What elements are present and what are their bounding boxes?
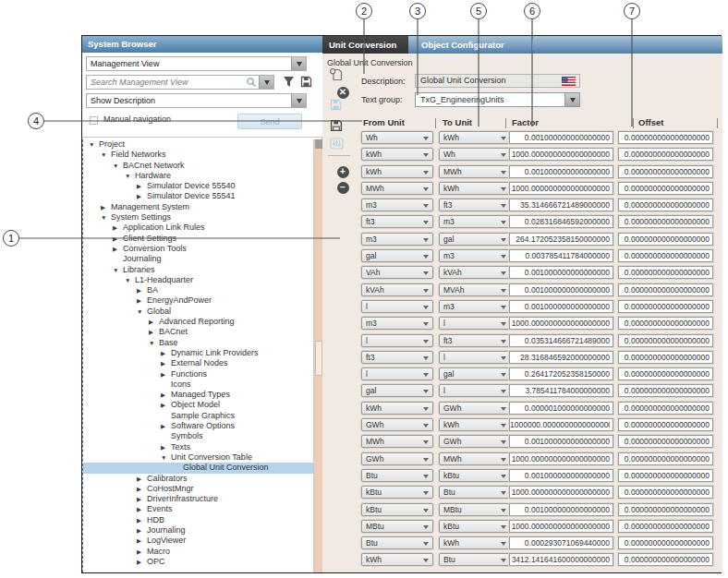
scrollbar-thumb[interactable]: [315, 341, 322, 376]
chevron-down-icon[interactable]: [501, 238, 506, 242]
to-unit-select[interactable]: m3: [439, 300, 511, 313]
tree-item[interactable]: ▼Base: [83, 338, 313, 348]
to-unit-select[interactable]: GWh: [439, 402, 511, 415]
chevron-open-icon[interactable]: ▼: [89, 139, 99, 150]
chevron-closed-icon[interactable]: ▶: [137, 295, 147, 306]
search-dropdown-icon[interactable]: [259, 76, 273, 89]
tree-item[interactable]: ▼Unit Conversion Table: [83, 452, 313, 463]
offset-input[interactable]: [618, 486, 713, 499]
tree-item[interactable]: ▼Project: [83, 139, 313, 150]
to-unit-select[interactable]: l: [439, 351, 511, 364]
offset-input[interactable]: [618, 435, 713, 448]
tree-item[interactable]: ▼L1-Headquarter: [83, 275, 313, 285]
offset-input[interactable]: [618, 182, 713, 195]
chevron-down-icon[interactable]: [501, 424, 506, 427]
chevron-open-icon[interactable]: ▼: [161, 452, 171, 463]
from-unit-select[interactable]: kBtu: [361, 486, 433, 499]
chevron-down-icon[interactable]: [501, 390, 506, 393]
view-select[interactable]: Management View: [86, 56, 307, 71]
tree-item[interactable]: Symbols: [83, 431, 313, 441]
offset-input[interactable]: [618, 131, 713, 144]
from-unit-select[interactable]: MWh: [361, 435, 433, 448]
factor-input[interactable]: [509, 367, 613, 380]
from-unit-select[interactable]: l: [361, 367, 433, 380]
chevron-down-icon[interactable]: [423, 153, 429, 157]
chevron-down-icon[interactable]: [501, 289, 506, 293]
tree-item[interactable]: ▶Calibrators: [83, 474, 313, 484]
from-unit-select[interactable]: l: [361, 300, 433, 313]
tree-item[interactable]: ▼Hardware: [83, 171, 313, 181]
from-unit-select[interactable]: Btu: [361, 536, 433, 549]
save-filter-icon[interactable]: [300, 76, 312, 88]
from-unit-select[interactable]: m3: [361, 199, 433, 211]
offset-input[interactable]: [618, 351, 713, 364]
chevron-closed-icon[interactable]: ▶: [161, 358, 171, 368]
to-unit-select[interactable]: ft3: [439, 334, 511, 347]
factor-input[interactable]: [509, 503, 613, 516]
tree-item[interactable]: ▶Events: [83, 504, 313, 514]
from-unit-select[interactable]: VAh: [361, 266, 433, 279]
offset-input[interactable]: [618, 317, 713, 330]
chevron-open-icon[interactable]: ▼: [113, 161, 123, 171]
chevron-open-icon[interactable]: ▼: [101, 212, 111, 223]
tree-item[interactable]: ▶Client Settings: [83, 234, 313, 244]
tree-item[interactable]: Icons: [83, 379, 313, 390]
chevron-down-icon[interactable]: [501, 356, 506, 360]
chevron-down-icon[interactable]: [423, 424, 429, 427]
factor-input[interactable]: [509, 435, 613, 448]
to-unit-select[interactable]: m3: [439, 249, 511, 262]
chevron-closed-icon[interactable]: ▶: [137, 484, 147, 494]
chevron-down-icon[interactable]: [501, 187, 506, 191]
to-unit-select[interactable]: MWh: [439, 452, 511, 465]
chevron-down-icon[interactable]: [423, 238, 429, 242]
from-unit-select[interactable]: GWh: [361, 452, 433, 465]
to-unit-select[interactable]: kBtu: [439, 469, 511, 482]
chevron-open-icon[interactable]: ▼: [113, 265, 123, 275]
chevron-down-icon[interactable]: [423, 171, 429, 175]
offset-input[interactable]: [618, 553, 713, 566]
factor-input[interactable]: [509, 131, 613, 144]
tab-object-configurator[interactable]: Object Configurator: [421, 36, 504, 54]
from-unit-select[interactable]: m3: [361, 233, 433, 246]
chevron-down-icon[interactable]: [501, 153, 506, 157]
to-unit-select[interactable]: Btu: [439, 486, 511, 499]
tree-item[interactable]: ▶BACnet: [83, 327, 313, 337]
chevron-down-icon[interactable]: [501, 509, 506, 512]
factor-input[interactable]: [509, 469, 613, 482]
tree-item[interactable]: ▶Application Link Rules: [83, 223, 313, 233]
from-unit-select[interactable]: m3: [361, 317, 433, 330]
offset-input[interactable]: [618, 536, 713, 549]
chevron-down-icon[interactable]: [423, 306, 429, 309]
chevron-down-icon[interactable]: [423, 525, 429, 529]
from-unit-select[interactable]: ft3: [361, 215, 433, 228]
to-unit-select[interactable]: MBtu: [439, 503, 511, 516]
description-field[interactable]: Global Unit Conversion: [415, 74, 580, 88]
offset-input[interactable]: [618, 452, 713, 465]
to-unit-select[interactable]: MVAh: [439, 283, 511, 296]
tree-item[interactable]: ▶CoHostMngr: [83, 484, 313, 494]
filter-icon[interactable]: [283, 76, 295, 88]
factor-input[interactable]: [509, 165, 613, 178]
from-unit-select[interactable]: ft3: [361, 351, 433, 364]
chevron-down-icon[interactable]: [423, 491, 429, 495]
from-unit-select[interactable]: kWh: [361, 553, 433, 566]
tree-scrollbar[interactable]: [313, 139, 322, 572]
tree-item[interactable]: ▶Macro: [83, 547, 313, 557]
tree-item[interactable]: ▼Global: [83, 307, 313, 317]
chevron-closed-icon[interactable]: ▶: [137, 515, 147, 525]
factor-input[interactable]: [509, 334, 613, 347]
chevron-down-icon[interactable]: [501, 475, 506, 478]
tree-item[interactable]: ▼BACnet Network: [83, 161, 313, 171]
chevron-down-icon[interactable]: [501, 373, 506, 377]
factor-input[interactable]: [509, 317, 613, 330]
chevron-closed-icon[interactable]: ▶: [101, 202, 111, 212]
chevron-down-icon[interactable]: [501, 340, 506, 343]
chevron-down-icon[interactable]: [423, 271, 429, 275]
to-unit-select[interactable]: kVAh: [439, 266, 511, 279]
tree-item[interactable]: Journaling: [83, 254, 313, 264]
to-unit-select[interactable]: Wh: [439, 148, 511, 161]
chevron-down-icon[interactable]: [291, 94, 306, 107]
chevron-closed-icon[interactable]: ▶: [161, 400, 171, 410]
send-button[interactable]: Send: [237, 114, 302, 129]
tree-item[interactable]: ▶OPC: [83, 557, 313, 567]
